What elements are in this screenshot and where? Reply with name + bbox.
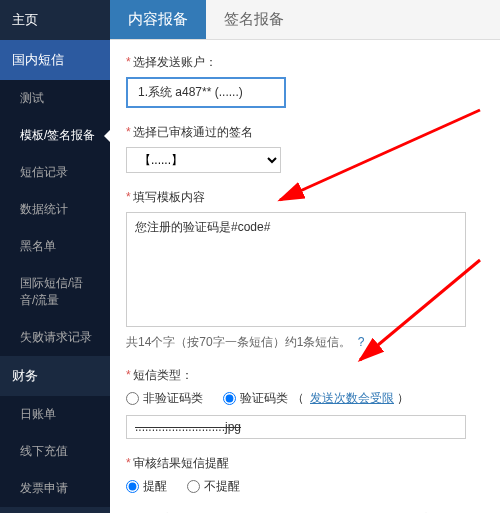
sidebar-item-invoice[interactable]: 发票申请 xyxy=(0,470,110,507)
group-sms-type: *短信类型： 非验证码类 验证码类 （发送次数会受限 ） xyxy=(126,367,484,439)
sidebar-item-fail-log[interactable]: 失败请求记录 xyxy=(0,319,110,356)
group-review-remind: *审核结果短信提醒 提醒 不提醒 xyxy=(126,455,484,495)
radio-noremind[interactable]: 不提醒 xyxy=(187,478,240,495)
sidebar-group-domestic-sms[interactable]: 国内短信 xyxy=(0,40,110,80)
account-select[interactable]: 1.系统 a487** (......) xyxy=(126,77,286,108)
radio-nonverify[interactable]: 非验证码类 xyxy=(126,390,203,407)
account-label: *选择发送账户： xyxy=(126,54,484,71)
review-label: *审核结果短信提醒 xyxy=(126,455,484,472)
form: *选择发送账户： 1.系统 a487** (......) *选择已审核通过的签… xyxy=(110,40,500,513)
sidebar: 主页 国内短信 测试 模板/签名报备 短信记录 数据统计 黑名单 国际短信/语音… xyxy=(0,0,110,513)
sidebar-home[interactable]: 主页 xyxy=(0,0,110,40)
radio-remind[interactable]: 提醒 xyxy=(126,478,167,495)
sidebar-item-intl[interactable]: 国际短信/语音/流量 xyxy=(0,265,110,319)
sidebar-item-offline-recharge[interactable]: 线下充值 xyxy=(0,433,110,470)
sidebar-item-daily-bill[interactable]: 日账单 xyxy=(0,396,110,433)
tab-content-report[interactable]: 内容报备 xyxy=(110,0,206,39)
radio-remind-input[interactable] xyxy=(126,480,139,493)
sidebar-item-template-sign[interactable]: 模板/签名报备 xyxy=(0,117,110,154)
tab-sign-report[interactable]: 签名报备 xyxy=(206,0,302,39)
radio-nonverify-input[interactable] xyxy=(126,392,139,405)
limit-link[interactable]: 发送次数会受限 xyxy=(310,391,394,405)
sidebar-item-blacklist[interactable]: 黑名单 xyxy=(0,228,110,265)
sidebar-group-finance[interactable]: 财务 xyxy=(0,356,110,396)
group-sign: *选择已审核通过的签名 【......】 xyxy=(126,124,484,173)
radio-verify-input[interactable] xyxy=(223,392,236,405)
group-template: *填写模板内容 共14个字（按70字一条短信）约1条短信。 ? xyxy=(126,189,484,351)
template-hint: 共14个字（按70字一条短信）约1条短信。 ? xyxy=(126,334,484,351)
sign-label: *选择已审核通过的签名 xyxy=(126,124,484,141)
tabs: 内容报备 签名报备 xyxy=(110,0,500,40)
sms-type-label: *短信类型： xyxy=(126,367,484,384)
info-icon[interactable]: ? xyxy=(358,335,365,349)
template-textarea[interactable] xyxy=(126,212,466,327)
radio-verify[interactable]: 验证码类 （发送次数会受限 ） xyxy=(223,390,409,407)
sidebar-group-settings[interactable]: 设置 xyxy=(0,507,110,513)
sidebar-item-sms-record[interactable]: 短信记录 xyxy=(0,154,110,191)
template-label: *填写模板内容 xyxy=(126,189,484,206)
radio-noremind-input[interactable] xyxy=(187,480,200,493)
sign-select[interactable]: 【......】 xyxy=(126,147,281,173)
sidebar-item-test[interactable]: 测试 xyxy=(0,80,110,117)
sidebar-item-stats[interactable]: 数据统计 xyxy=(0,191,110,228)
group-account: *选择发送账户： 1.系统 a487** (......) xyxy=(126,54,484,108)
main-panel: 内容报备 签名报备 *选择发送账户： 1.系统 a487** (......) … xyxy=(110,0,500,513)
extra-input[interactable] xyxy=(126,415,466,439)
